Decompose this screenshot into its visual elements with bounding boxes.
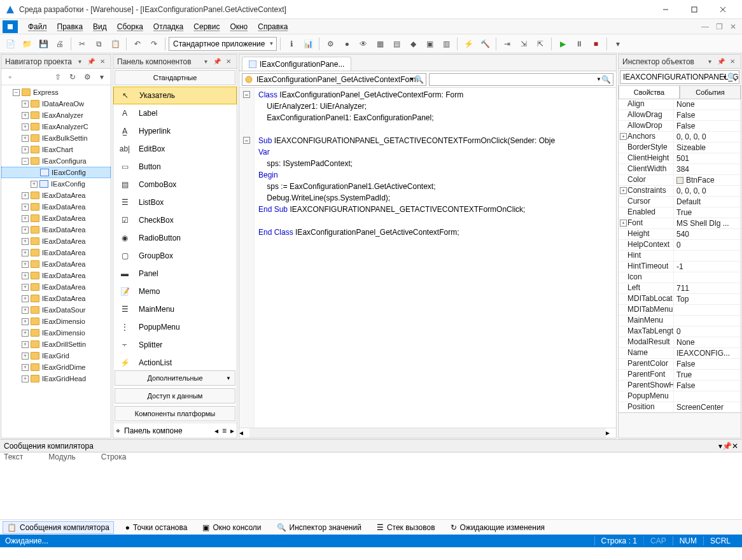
property-row[interactable]: Hint	[619, 251, 741, 262]
search-icon[interactable]: 🔍	[414, 75, 424, 84]
property-value[interactable]: ScreenCenter	[673, 402, 741, 412]
comp-nav-list[interactable]: ≡	[222, 426, 227, 435]
menu-вид[interactable]: Вид	[88, 20, 112, 33]
stop-button[interactable]: ■	[588, 36, 603, 52]
print-button[interactable]: 🖨	[52, 36, 67, 52]
fold-button[interactable]: −	[243, 91, 250, 98]
expand-button[interactable]: +	[22, 238, 29, 245]
redo-button[interactable]: ↷	[146, 36, 162, 52]
components-category-platform[interactable]: Компоненты платформы	[115, 406, 235, 421]
tree-item[interactable]: +IEaxConfig	[1, 178, 111, 190]
nav-close-button[interactable]: ✕	[98, 57, 107, 66]
search-icon[interactable]: 🔍	[601, 75, 611, 84]
scroll-right[interactable]: ▸	[606, 428, 616, 438]
nav-tb-up[interactable]: ⇧	[51, 70, 65, 84]
component-item-memo[interactable]: 📝Memo	[113, 283, 237, 300]
property-row[interactable]: CursorDefault	[619, 197, 741, 207]
property-value[interactable]: 0	[673, 240, 741, 250]
component-item-panel[interactable]: ▬Panel	[113, 265, 237, 283]
bottom-tab[interactable]: ●Точки останова	[122, 522, 192, 533]
nav-tb-filter[interactable]: ▾	[95, 70, 109, 84]
tree-item[interactable]: −Express	[1, 87, 111, 98]
property-row[interactable]: MainMenu	[619, 316, 741, 326]
property-grid[interactable]: AlignNoneAllowDragFalseAllowDropFalseAnc…	[619, 99, 741, 412]
component-item-popupmenu[interactable]: ⋮PopupMenu	[113, 318, 237, 336]
property-value[interactable]: MS Shell Dlg ...	[673, 218, 741, 228]
property-row[interactable]: ParentShowH...False	[619, 381, 741, 391]
tree-item[interactable]: +IEaxDataArea	[1, 190, 111, 201]
property-value[interactable]: 501	[673, 153, 741, 164]
expand-button[interactable]: +	[31, 181, 38, 188]
property-row[interactable]: HintTimeout-1	[619, 262, 741, 272]
tb-class[interactable]: ◆	[405, 36, 421, 52]
tree-item[interactable]: +IEaxDrillSettin	[1, 339, 111, 350]
config-combo[interactable]: Стандартное приложение	[169, 37, 277, 51]
bottom-tab[interactable]: ▣Окно консоли	[199, 522, 265, 533]
property-value[interactable]: BtnFace	[673, 175, 741, 185]
expand-button[interactable]: +	[22, 353, 29, 360]
inspector-object-combo[interactable]: IEAXCONFIGURATIONPANEL_GE 🔍	[620, 70, 739, 84]
minimize-button[interactable]	[651, 1, 680, 18]
tree-item[interactable]: +IEaxGridHead	[1, 373, 111, 384]
property-value[interactable]: 540	[673, 229, 741, 239]
property-row[interactable]: ClientHeight501	[619, 153, 741, 164]
property-value[interactable]	[673, 272, 741, 283]
tb-info[interactable]: ℹ	[284, 36, 299, 52]
expand-button[interactable]: +	[22, 318, 29, 325]
property-row[interactable]: ClientWidth384	[619, 164, 741, 175]
expand-button[interactable]: +	[22, 135, 29, 142]
tree-item[interactable]: +IEaxDataArea	[1, 247, 111, 258]
component-item-указатель[interactable]: ↖Указатель	[113, 87, 237, 104]
editor-tab-active[interactable]: IEaxConfigurationPane...	[242, 57, 351, 71]
tb-breakpoint[interactable]: ●	[339, 36, 354, 52]
expand-button[interactable]: +	[22, 249, 29, 256]
insp-options-button[interactable]: ▾	[705, 57, 714, 66]
expand-button[interactable]: +	[22, 215, 29, 222]
tb-module[interactable]: ▤	[389, 36, 404, 52]
bottom-tab[interactable]: ↻Ожидающие изменения	[447, 522, 549, 533]
property-row[interactable]: ParentFontTrue	[619, 370, 741, 381]
property-row[interactable]: HelpContext0	[619, 240, 741, 251]
app-menu-button[interactable]	[3, 20, 18, 33]
tree-item[interactable]: +IEaxGrid	[1, 350, 111, 361]
menu-отладка[interactable]: Отладка	[148, 20, 188, 33]
run-button[interactable]: ▶	[555, 36, 570, 52]
inspector-tab-properties[interactable]: Свойства	[619, 85, 680, 99]
component-item-splitter[interactable]: ⫟Splitter	[113, 336, 237, 354]
expand-button[interactable]: +	[22, 192, 29, 199]
editor-class-combo[interactable]: IEaxConfigurationPanel_GetActiveContextF…	[242, 73, 426, 86]
component-item-actionlist[interactable]: ⚡ActionList	[113, 354, 237, 369]
component-item-hyperlink[interactable]: A̲Hyperlink	[113, 122, 237, 140]
tree-item[interactable]: +IDataAreaOw	[1, 98, 111, 109]
menu-правка[interactable]: Правка	[52, 20, 88, 33]
tb-resource[interactable]: ▣	[422, 36, 437, 52]
comp-options-button[interactable]: ▾	[201, 57, 210, 66]
tb-chart[interactable]: 📊	[300, 36, 316, 52]
comp-nav-next[interactable]: ▸	[230, 426, 234, 435]
property-row[interactable]: AlignNone	[619, 99, 741, 110]
insp-pin-button[interactable]: 📌	[717, 57, 725, 66]
mdi-restore-button[interactable]: ❐	[713, 21, 725, 32]
property-row[interactable]: NameIEAXCONFIG...	[619, 348, 741, 359]
property-row[interactable]: ParentColorFalse	[619, 359, 741, 370]
menu-файл[interactable]: Файл	[23, 20, 52, 33]
tb-build[interactable]: 🔨	[477, 36, 493, 52]
nav-tb-refresh[interactable]: ↻	[66, 70, 80, 84]
property-value[interactable]: Sizeable	[673, 143, 741, 153]
code-gutter[interactable]: − −	[239, 88, 255, 428]
search-icon[interactable]: 🔍	[727, 73, 737, 81]
property-value[interactable]	[673, 316, 741, 326]
property-row[interactable]: MaxTabLength0	[619, 326, 741, 337]
tree-item[interactable]: +IEaxDimensio	[1, 316, 111, 327]
expand-button[interactable]: +	[22, 364, 29, 371]
expand-button[interactable]: +	[22, 261, 29, 268]
property-value[interactable]: -1	[673, 262, 741, 272]
code-editor[interactable]: − − Class IEaxConfigurationPanel_GetActi…	[239, 88, 616, 428]
component-item-groupbox[interactable]: ▢GroupBox	[113, 247, 237, 265]
property-value[interactable]	[673, 305, 741, 315]
property-value[interactable]: True	[673, 370, 741, 380]
tree-item[interactable]: IEaxConfig	[1, 167, 111, 178]
property-row[interactable]: ModalResultNone	[619, 337, 741, 348]
menu-сервис[interactable]: Сервис	[188, 20, 225, 33]
component-item-checkbox[interactable]: ☑CheckBox	[113, 211, 237, 229]
